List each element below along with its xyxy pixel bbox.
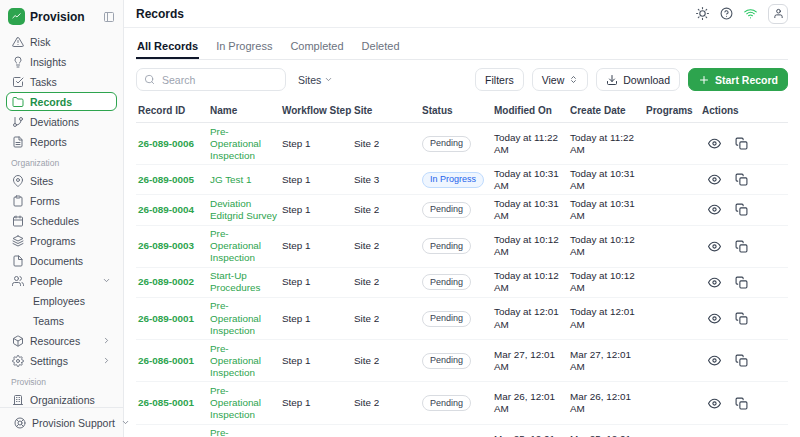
sidebar-item-documents[interactable]: Documents	[6, 251, 117, 270]
sidebar-item-programs[interactable]: Programs	[6, 231, 117, 250]
record-name-link[interactable]: Pre-Operational Inspection	[208, 298, 280, 339]
record-id-link[interactable]: 26-089-0003	[136, 238, 208, 255]
app-window: Provision RiskInsightsTasksRecordsDeviat…	[0, 0, 800, 437]
duplicate-record-icon[interactable]	[735, 276, 748, 289]
sidebar-nav: RiskInsightsTasksRecordsDeviationsReport…	[0, 30, 123, 407]
search-box[interactable]	[136, 68, 286, 91]
view-record-icon[interactable]	[708, 137, 721, 150]
view-record-icon[interactable]	[708, 312, 721, 325]
modified-on-cell: Today at 12:01 AM	[492, 304, 568, 333]
layers-icon	[12, 235, 24, 247]
provision-logo	[8, 8, 25, 25]
sites-dropdown[interactable]: Sites	[294, 68, 337, 91]
alert-triangle-icon	[12, 36, 24, 48]
sidebar-item-people[interactable]: People	[6, 271, 117, 290]
duplicate-record-icon[interactable]	[735, 354, 748, 367]
plus-icon	[698, 74, 710, 86]
actions-cell	[700, 273, 788, 291]
record-id-link[interactable]: 26-086-0001	[136, 352, 208, 369]
column-header-name[interactable]: Name	[208, 99, 280, 122]
sidebar-item-label: Reports	[30, 136, 67, 148]
sidebar-item-organizations[interactable]: Organizations	[6, 390, 117, 407]
record-name-link[interactable]: Pre-Operational Inspection	[208, 226, 280, 267]
view-record-icon[interactable]	[708, 397, 721, 410]
table-body: 26-089-0006Pre-Operational InspectionSte…	[136, 123, 788, 437]
download-button[interactable]: Download	[596, 68, 680, 91]
filters-button[interactable]: Filters	[475, 68, 524, 91]
duplicate-record-icon[interactable]	[735, 397, 748, 410]
view-record-icon[interactable]	[708, 354, 721, 367]
search-input[interactable]	[160, 73, 278, 87]
column-header-status[interactable]: Status	[420, 99, 492, 122]
column-header-actions[interactable]: Actions	[700, 99, 788, 122]
record-name-link[interactable]: JG Test 1	[208, 171, 280, 188]
record-id-link[interactable]: 26-089-0005	[136, 171, 208, 188]
sidebar-item-schedules[interactable]: Schedules	[6, 211, 117, 230]
sidebar-item-tasks[interactable]: Tasks	[6, 72, 117, 91]
view-record-icon[interactable]	[708, 276, 721, 289]
duplicate-record-icon[interactable]	[735, 173, 748, 186]
sidebar-item-provision-support[interactable]: Provision Support	[8, 413, 115, 432]
sidebar-section-label: Organization	[6, 152, 117, 170]
column-header-record-id[interactable]: Record ID	[136, 99, 208, 122]
column-header-site[interactable]: Site	[352, 99, 420, 122]
sidebar-item-risk[interactable]: Risk	[6, 32, 117, 51]
sidebar-item-resources[interactable]: Resources	[6, 331, 117, 350]
column-header-create-date[interactable]: Create Date	[568, 99, 644, 122]
duplicate-record-icon[interactable]	[735, 240, 748, 253]
column-header-workflow-step[interactable]: Workflow Step	[280, 99, 352, 122]
record-id-link[interactable]: 26-089-0002	[136, 274, 208, 291]
clipboard-icon	[12, 195, 24, 207]
sidebar-item-label: Documents	[30, 255, 83, 267]
sidebar-item-records[interactable]: Records	[6, 92, 117, 111]
actions-cell	[700, 201, 788, 219]
view-record-icon[interactable]	[708, 203, 721, 216]
record-name-link[interactable]: Start-Up Procedures	[208, 268, 280, 297]
record-id-link[interactable]: 26-089-0004	[136, 201, 208, 218]
tab-completed[interactable]: Completed	[289, 34, 344, 59]
sidebar-item-insights[interactable]: Insights	[6, 52, 117, 71]
sidebar-item-label: Risk	[30, 36, 50, 48]
record-id-link[interactable]: 26-085-0001	[136, 394, 208, 411]
view-record-icon[interactable]	[708, 240, 721, 253]
sidebar-item-reports[interactable]: Reports	[6, 132, 117, 151]
records-table: Record IDNameWorkflow StepSiteStatusModi…	[136, 99, 788, 437]
sidebar-item-deviations[interactable]: Deviations	[6, 112, 117, 131]
duplicate-record-icon[interactable]	[735, 137, 748, 150]
record-name-link[interactable]: Pre-Operational Inspection	[208, 425, 280, 437]
tab-deleted[interactable]: Deleted	[361, 34, 401, 59]
create-date-cell: Today at 10:12 AM	[568, 268, 644, 297]
record-id-link[interactable]: 26-089-0006	[136, 135, 208, 152]
view-dropdown[interactable]: View	[532, 68, 589, 91]
sidebar: Provision RiskInsightsTasksRecordsDeviat…	[0, 0, 124, 437]
duplicate-record-icon[interactable]	[735, 312, 748, 325]
sidebar-item-employees[interactable]: Employees	[6, 291, 117, 310]
tab-in-progress[interactable]: In Progress	[215, 34, 273, 59]
sidebar-item-teams[interactable]: Teams	[6, 311, 117, 330]
tab-all-records[interactable]: All Records	[136, 34, 199, 59]
sidebar-item-settings[interactable]: Settings	[6, 351, 117, 370]
record-name-link[interactable]: Pre-Operational Inspection	[208, 382, 280, 423]
user-avatar[interactable]	[768, 4, 788, 24]
record-id-link[interactable]: 26-089-0001	[136, 310, 208, 327]
record-name-link[interactable]: Pre-Operational Inspection	[208, 340, 280, 381]
view-record-icon[interactable]	[708, 173, 721, 186]
duplicate-record-icon[interactable]	[735, 203, 748, 216]
help-icon[interactable]	[720, 7, 733, 20]
workflow-step-cell: Step 1	[280, 352, 352, 369]
column-header-programs[interactable]: Programs	[644, 99, 700, 122]
sidebar-item-forms[interactable]: Forms	[6, 191, 117, 210]
life-buoy-icon	[14, 417, 26, 429]
sidebar-footer: Provision Support	[0, 407, 123, 437]
table-row: 26-089-0006Pre-Operational InspectionSte…	[136, 123, 788, 165]
theme-toggle-icon[interactable]	[696, 7, 709, 20]
chevron-down-icon	[102, 276, 111, 285]
sidebar-collapse-icon[interactable]	[103, 11, 115, 23]
site-cell: Site 2	[352, 394, 420, 411]
sidebar-item-sites[interactable]: Sites	[6, 171, 117, 190]
start-record-button[interactable]: Start Record	[688, 68, 788, 91]
column-header-modified-on[interactable]: Modified On	[492, 99, 568, 122]
modified-on-cell: Mar 26, 12:01 AM	[492, 388, 568, 417]
record-name-link[interactable]: Pre-Operational Inspection	[208, 123, 280, 164]
record-name-link[interactable]: Deviation Editgrid Survey	[208, 195, 280, 224]
